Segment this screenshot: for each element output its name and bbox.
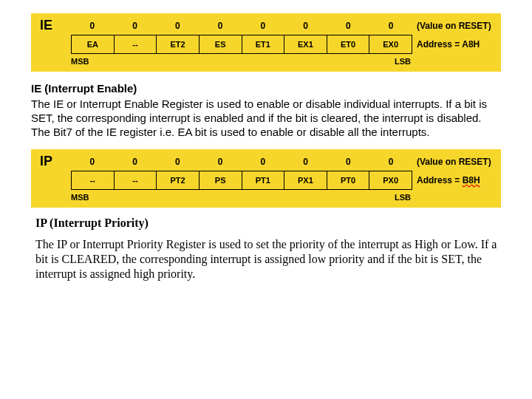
ip-reset-values: 0 0 0 0 0 0 0 0 <box>71 157 412 167</box>
ip-heading: IP (Interrupt Priority) <box>35 216 501 230</box>
bit-cell: EX0 <box>369 35 412 54</box>
reset-bit: 0 <box>157 157 200 167</box>
reset-caption: (Value on RESET) <box>412 157 492 167</box>
reset-bit: 0 <box>114 21 157 31</box>
ip-bit-cells: -- -- PT2 PS PT1 PX1 PT0 PX0 <box>71 171 412 190</box>
reset-bit: 0 <box>369 21 412 31</box>
lsb-label: LSB <box>395 193 411 202</box>
bit-cell: ET1 <box>242 35 285 54</box>
bit-cell: PT2 <box>157 171 200 190</box>
bit-cell: ES <box>200 35 242 54</box>
reset-bit: 0 <box>114 157 157 167</box>
ie-bit-cells: EA -- ET2 ES ET1 EX1 ET0 EX0 <box>71 35 412 54</box>
msb-label: MSB <box>71 193 89 202</box>
lsb-label: LSB <box>395 57 411 66</box>
bit-cell: EA <box>71 35 115 54</box>
ip-address: Address = B8H <box>412 175 492 185</box>
ie-reset-values: 0 0 0 0 0 0 0 0 <box>71 21 412 31</box>
ie-address: Address = A8H <box>412 39 492 50</box>
reset-bit: 0 <box>242 21 284 31</box>
reset-bit: 0 <box>242 157 284 167</box>
reset-bit: 0 <box>369 157 412 167</box>
reset-bit: 0 <box>157 21 200 31</box>
reset-bit: 0 <box>71 157 114 167</box>
reset-bit: 0 <box>71 21 114 31</box>
bit-cell: PX1 <box>284 171 327 190</box>
ip-register-figure: IP 0 0 0 0 0 0 0 0 (Value on RESET) -- -… <box>31 149 501 208</box>
bit-cell: PX0 <box>369 171 412 190</box>
slide: IE 0 0 0 0 0 0 0 0 (Value on RESET) EA -… <box>0 0 532 282</box>
reset-caption: (Value on RESET) <box>412 21 492 31</box>
bit-cell: PS <box>200 171 242 190</box>
reset-bit: 0 <box>327 21 370 31</box>
ip-description: The IP or Interrupt Priority Register is… <box>35 237 501 282</box>
msb-label: MSB <box>71 57 89 66</box>
reset-bit: 0 <box>284 157 327 167</box>
bit-cell: PT0 <box>327 171 370 190</box>
bit-cell: -- <box>115 35 157 54</box>
reset-bit: 0 <box>199 157 242 167</box>
ie-description: The IE or Interrupt Enable Register is u… <box>31 98 501 139</box>
bit-cell: ET2 <box>157 35 200 54</box>
bit-cell: PT1 <box>242 171 285 190</box>
bit-cell: -- <box>115 171 157 190</box>
ip-reg-name: IP <box>40 154 71 169</box>
bit-cell: -- <box>71 171 115 190</box>
ie-register-figure: IE 0 0 0 0 0 0 0 0 (Value on RESET) EA -… <box>31 13 501 72</box>
reset-bit: 0 <box>284 21 327 31</box>
reset-bit: 0 <box>199 21 242 31</box>
reset-bit: 0 <box>327 157 370 167</box>
bit-cell: EX1 <box>284 35 327 54</box>
ie-heading: IE (Interrupt Enable) <box>31 82 501 95</box>
ie-reg-name: IE <box>40 18 71 33</box>
bit-cell: ET0 <box>327 35 370 54</box>
